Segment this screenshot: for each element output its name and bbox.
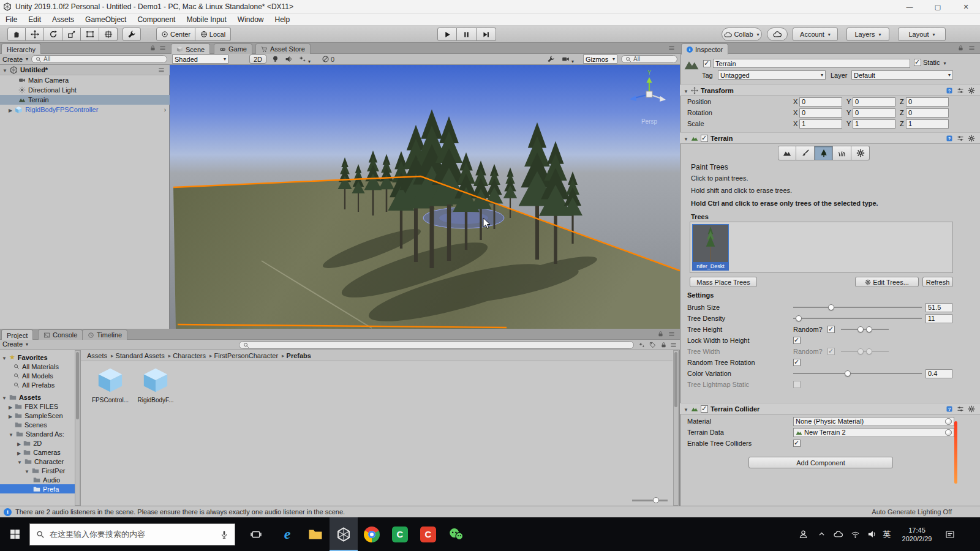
persp-label[interactable]: Persp [641, 118, 658, 125]
project-lock-icon[interactable] [657, 331, 664, 339]
foldout-open-icon[interactable] [9, 430, 13, 438]
menu-help[interactable]: Help [270, 13, 296, 26]
raise-lower-terrain-tool[interactable] [778, 146, 796, 160]
audio-toggle-icon[interactable] [285, 55, 293, 64]
cloud-button[interactable] [767, 28, 788, 41]
hierarchy-menu-icon[interactable] [159, 45, 166, 53]
tree-samplescenes[interactable]: SampleScen [0, 411, 80, 420]
menu-edit[interactable]: Edit [23, 13, 47, 26]
position-x-field[interactable]: 0 [799, 97, 842, 107]
scene-search-input[interactable]: All [621, 55, 677, 63]
scene-menu-icon[interactable] [668, 45, 675, 53]
menu-assets[interactable]: Assets [47, 13, 80, 26]
foldout-open-icon[interactable] [17, 458, 22, 465]
scene-menu-icon[interactable] [158, 67, 165, 75]
project-tree-scrollbar[interactable] [75, 350, 80, 506]
account-dropdown[interactable]: Account [793, 28, 838, 41]
tray-cloud-icon[interactable] [829, 517, 846, 551]
foldout-open-icon[interactable] [684, 87, 688, 94]
project-toolbar-menu-icon[interactable] [670, 342, 677, 350]
layer-dropdown[interactable]: Default [851, 70, 953, 80]
color-variation-field[interactable]: 0.4 [925, 369, 952, 378]
tree-2d[interactable]: 2D [0, 438, 80, 448]
tree-density-slider[interactable] [793, 314, 922, 323]
minimize-button[interactable]: — [895, 0, 924, 13]
file-rigidbodyfpscontroller[interactable]: RigidBodyF... [136, 366, 175, 410]
preset-icon[interactable] [957, 87, 964, 96]
preset-icon[interactable] [957, 135, 964, 143]
hierarchy-scene-row[interactable]: Untitled* [0, 65, 170, 75]
tab-scene[interactable]: Scene [171, 43, 210, 54]
foldout-closed-icon[interactable] [17, 449, 21, 456]
static-dropdown-icon[interactable] [942, 59, 946, 66]
transform-tool-button[interactable] [99, 28, 118, 41]
breadcrumb-standard-assets[interactable]: Standard Assets [116, 352, 173, 359]
foldout-open-icon[interactable] [2, 354, 7, 361]
terrain-data-field[interactable]: New Terrain 2 [793, 428, 954, 437]
help-icon[interactable] [946, 87, 953, 96]
project-scrollbar[interactable] [673, 350, 679, 506]
scale-z-field[interactable]: 1 [906, 119, 949, 129]
collider-enabled-checkbox[interactable] [701, 405, 708, 413]
tree-colliders-checkbox[interactable] [793, 440, 801, 447]
rotation-y-field[interactable]: 0 [853, 108, 895, 118]
hierarchy-lock-icon[interactable] [149, 45, 156, 53]
tray-people-icon[interactable] [794, 517, 812, 551]
taskbar-explorer[interactable] [301, 517, 330, 551]
menu-mobile-input[interactable]: Mobile Input [181, 13, 232, 26]
tree-height-random-checkbox[interactable] [827, 326, 835, 333]
foldout-open-icon[interactable] [684, 405, 688, 413]
tree-height-range-slider[interactable] [841, 325, 889, 334]
hierarchy-item-rigidbodyfpscontroller[interactable]: RigidBodyFPSController › [0, 105, 170, 114]
tray-clock[interactable]: 17:45 2020/2/29 [895, 517, 938, 551]
terrain-settings-tool[interactable] [851, 146, 870, 160]
material-field[interactable]: None (Physic Material) [793, 417, 954, 426]
auto-generate-lighting-label[interactable]: Auto Generate Lighting Off [872, 508, 952, 515]
paint-texture-tool[interactable] [796, 146, 815, 160]
scale-tool-button[interactable] [62, 28, 81, 41]
taskbar-app-red[interactable]: C [414, 517, 442, 551]
tree-cameras[interactable]: Cameras [0, 448, 80, 457]
static-checkbox[interactable] [914, 59, 921, 66]
scale-y-field[interactable]: 1 [853, 119, 895, 129]
tree-favorites[interactable]: ★ Favorites [0, 353, 80, 362]
layout-dropdown[interactable]: Layout [898, 28, 946, 41]
tray-language[interactable]: 英 [880, 517, 894, 551]
foldout-open-icon[interactable] [24, 467, 29, 474]
breadcrumb-assets[interactable]: Assets [87, 352, 116, 359]
foldout-open-icon[interactable] [2, 394, 7, 401]
tab-hierarchy[interactable]: Hierarchy [1, 43, 41, 54]
object-name-field[interactable]: Terrain [713, 59, 910, 68]
close-button[interactable]: ✕ [952, 0, 980, 13]
tab-inspector[interactable]: i Inspector [681, 43, 728, 54]
collab-button[interactable]: Collab [722, 28, 762, 41]
prefab-arrow-icon[interactable]: › [164, 107, 166, 113]
tree-standard-assets[interactable]: Standard As: [0, 429, 80, 438]
tree-all-prefabs[interactable]: All Prefabs [0, 380, 80, 389]
tree-prefabs-selected[interactable]: Prefa [0, 484, 80, 493]
step-button[interactable] [477, 28, 496, 41]
project-menu-icon[interactable] [668, 331, 675, 339]
open-asset-icon[interactable] [638, 342, 645, 350]
lighting-toggle-icon[interactable] [271, 55, 279, 64]
taskbar-chrome[interactable] [358, 517, 386, 551]
scene-viewport[interactable]: Y Persp [170, 65, 680, 329]
tray-chevron-icon[interactable] [813, 517, 829, 551]
thumbnail-zoom-thumb[interactable] [653, 497, 659, 503]
menu-gameobject[interactable]: GameObject [80, 13, 132, 26]
lock-width-checkbox[interactable] [793, 337, 801, 344]
scene-tools-icon[interactable] [547, 55, 555, 64]
task-view-button[interactable] [243, 517, 270, 551]
custom-tool-button[interactable] [123, 28, 141, 41]
pivot-mode-button[interactable]: Center [156, 28, 195, 41]
tray-volume-icon[interactable] [864, 517, 880, 551]
menu-file[interactable]: File [0, 13, 23, 26]
tab-console[interactable]: Console [38, 329, 83, 340]
foldout-closed-icon[interactable] [9, 106, 12, 113]
taskbar-app-green[interactable]: C [386, 517, 414, 551]
taskbar-edge[interactable]: e [273, 517, 301, 551]
effects-dropdown-icon[interactable] [298, 55, 311, 64]
hierarchy-item-terrain[interactable]: Terrain [0, 95, 170, 105]
rotation-z-field[interactable]: 0 [906, 108, 949, 118]
position-z-field[interactable]: 0 [906, 97, 949, 107]
